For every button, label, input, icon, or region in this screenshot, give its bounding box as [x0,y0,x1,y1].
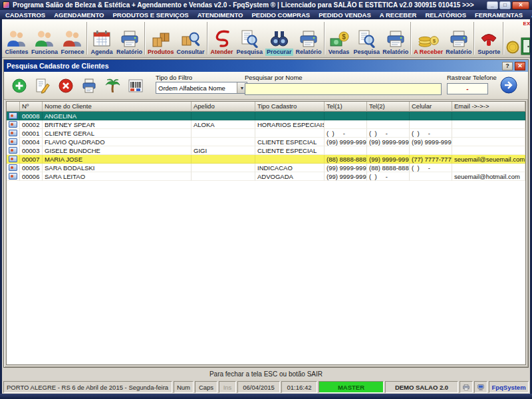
table-row[interactable]: 00007MARIA JOSE(88) 8888-8888(99) 9999-9… [7,155,525,164]
filter-type-select[interactable]: Ordem Alfabetica Nome ▼ [156,82,247,94]
add-client-button[interactable] [11,77,28,94]
exit-button[interactable]: EXIT [505,20,530,57]
column-header-email[interactable]: Email ->->-> [452,102,525,112]
barcode-button[interactable] [127,77,144,94]
title-bar[interactable]: Programa Salão de Beleza & Estética + Ag… [0,0,532,10]
menu-item-ferramentas[interactable]: FERRAMENTAS [475,11,523,19]
products-button[interactable]: Produtos [146,20,176,57]
column-header-tel-2[interactable]: Tel(2) [367,102,410,112]
agenda-button[interactable]: Agenda [88,20,115,57]
client-id: 00005 [20,164,43,172]
report-icon [386,28,406,49]
client-name: GISELE BUNDCHE [43,146,192,155]
edit-client-button[interactable] [34,77,51,94]
print-button[interactable] [80,77,98,94]
client-mobile [410,146,452,155]
status-bar: PORTO ALEGRE - RS 6 de Abril de 2015 - S… [2,380,530,394]
report-icon [120,28,140,49]
receivables-report-button[interactable]: Relatório [444,20,473,57]
agenda-report-button[interactable]: Relatório [115,20,144,57]
menu-item-relat-rios[interactable]: RELATÓRIOS [425,11,466,19]
brand-panel: FpqSystem [489,381,529,393]
svg-text:$: $ [342,33,346,40]
column-header-n[interactable]: Nº [20,102,43,112]
column-header-nome-do-cliente[interactable]: Nome do Cliente [43,102,192,112]
clients-table: NºNome do ClienteApelidoTipo CadastroTel… [6,101,526,365]
column-header-celular[interactable]: Celular [410,102,452,112]
suppliers-button[interactable]: Fornece [59,20,86,57]
employees-button[interactable]: Funciona [30,20,59,57]
dialog-title-bar[interactable]: Pesquisa Cadastro de Clientes ? ✕ [4,60,528,72]
table-row[interactable]: 00001CLIENTE GERAL( ) -( ) -( ) - [7,129,525,138]
client-mobile [410,172,452,181]
toolbar-separator [503,22,504,55]
support-button[interactable]: Suporte [475,20,502,57]
delete-client-button[interactable] [57,77,74,94]
sales-report-button[interactable]: Relatório [381,20,410,57]
calendar-icon [92,28,112,49]
receivables-button[interactable]: $A Receber [412,20,444,57]
toolbar-button-label: Clientes [5,49,28,56]
client-tel1 [325,120,367,129]
attend-find-button[interactable]: Procurar [264,20,295,57]
client-tel2: (99) 9999-9999 [367,138,410,146]
toolbar-group: $VendasPesquisaRelatório [326,20,410,57]
table-row[interactable]: 00005SARA BODALSKIINDICACAO(99) 9999-999… [7,164,525,172]
menu-item-cadastros[interactable]: CADASTROS [5,11,45,19]
clients-button[interactable]: Clientes [3,20,30,57]
menu-item-atendimento[interactable]: ATENDIMENTO [198,11,243,19]
menu-item-pedido-compras[interactable]: PEDIDO COMPRAS [252,11,311,19]
search-go-button[interactable] [500,76,517,94]
sales-button[interactable]: $Vendas [326,20,352,57]
products-search-button[interactable]: Consultar [176,20,206,57]
client-mobile [410,112,452,120]
table-row[interactable]: 00006SARA LEITAOADVOGADA(99) 9999-9999( … [7,172,525,181]
client-tel2: (88) 8888-8888 [367,164,410,172]
attend-search-button[interactable]: Pesquisa [235,20,265,57]
record-icon [9,147,17,154]
dialog-close-button[interactable]: ✕ [515,62,525,70]
menu-bar: CADASTROSAGENDAMENTOPRODUTOS E SERVIÇOSA… [0,10,532,19]
toolbar-separator [473,22,475,55]
column-header-tel-1[interactable]: Tel(1) [325,102,367,112]
client-tel1: ( ) - [325,129,367,138]
menu-item-agendamento[interactable]: AGENDAMENTO [54,11,104,19]
client-tel2 [367,146,410,155]
client-email [452,129,525,138]
maximize-button[interactable]: □ [499,1,511,9]
attend-report-button[interactable]: Relatório [295,20,323,57]
client-tel1 [325,146,367,155]
menu-item-produtos-e-servi-os[interactable]: PRODUTOS E SERVIÇOS [112,11,188,19]
column-header-apelido[interactable]: Apelido [192,102,255,112]
client-nickname [192,112,255,120]
client-mobile: ( ) - [410,164,452,172]
client-type: CLIENTE ESPECIAL [255,146,325,155]
sales-search-button[interactable]: Pesquisa [352,20,382,57]
record-icon [9,121,17,128]
client-name: FLAVIO QUADRADO [43,138,192,146]
report-icon [449,28,469,49]
table-row[interactable]: 00004FLAVIO QUADRADOCLIENTE ESPECIAL(99)… [7,138,525,146]
client-nickname [192,129,255,138]
suppliers-icon [62,28,83,49]
employees-icon [34,28,55,49]
toolbar-group: Suporte [475,20,502,57]
search-name-label: Pesquisar por Nome [245,74,442,81]
attend-button[interactable]: Atender [209,20,235,57]
table-row[interactable]: 00003GISELE BUNDCHEGIGICLIENTE ESPECIAL [7,146,525,155]
exit-icon [506,35,530,56]
table-row[interactable]: 00002BRITNEY SPEARALOKAHORARIOS ESPECIAI… [7,120,525,129]
menu-item-a-receber[interactable]: A RECEBER [380,11,417,19]
dialog-title: Pesquisa Cadastro de Clientes [7,62,500,70]
client-nickname [192,155,255,164]
dialog-help-button[interactable]: ? [502,62,513,70]
table-row[interactable]: 00008ANGELINA [7,112,525,120]
column-header-tipo-cadastro[interactable]: Tipo Cadastro [255,102,325,112]
menu-item-pedido-vendas[interactable]: PEDIDO VENDAS [319,11,371,19]
search-name-input[interactable] [245,83,442,95]
minimize-button[interactable]: _ [487,1,498,9]
close-button[interactable]: ✕ [512,1,529,9]
phone-trace-input[interactable] [447,83,488,94]
exit-label: EXIT [523,21,530,27]
export-button[interactable] [104,77,121,94]
